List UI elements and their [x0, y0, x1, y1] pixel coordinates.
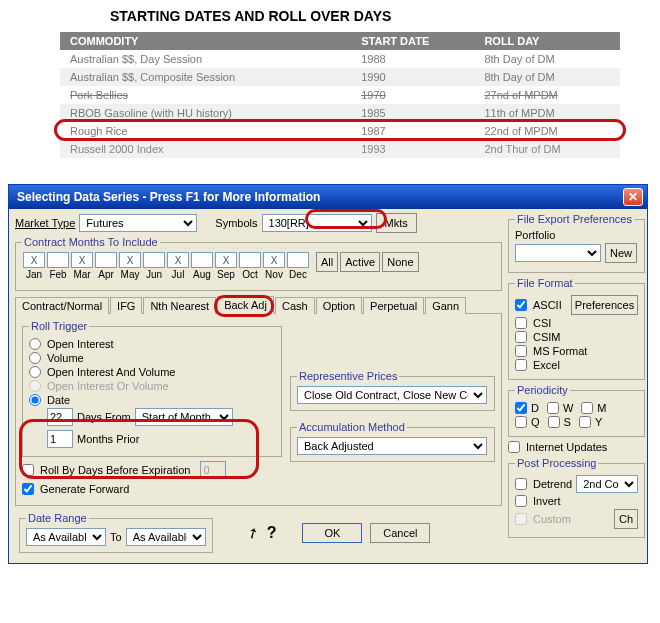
- tab-panel-back-adj: Roll Trigger Open Interest Volume Open I…: [15, 314, 502, 506]
- month-box[interactable]: X: [23, 252, 45, 268]
- table-cell: 1988: [351, 50, 474, 68]
- month-box[interactable]: [95, 252, 117, 268]
- file-prefs-group: File Export Preferences Portfolio New: [508, 213, 645, 273]
- date-range-from-select[interactable]: As Available: [26, 528, 106, 546]
- fmt-csim-check[interactable]: [515, 331, 527, 343]
- rt-volume[interactable]: [29, 352, 41, 364]
- tab-back-adj[interactable]: Back Adj: [217, 296, 274, 314]
- generate-forward-check[interactable]: [22, 483, 34, 495]
- detrend-select[interactable]: 2nd Contra: [576, 475, 638, 493]
- data-series-window: Selecting Data Series - Press F1 for Mor…: [8, 184, 648, 564]
- roll-by-days-check[interactable]: [22, 464, 34, 476]
- rep-prices-select[interactable]: Close Old Contract, Close New Co: [297, 386, 487, 404]
- per-d-check[interactable]: [515, 402, 527, 414]
- tab-ifg[interactable]: IFG: [110, 297, 142, 314]
- month-box[interactable]: X: [119, 252, 141, 268]
- month-mar[interactable]: XMar: [70, 252, 94, 280]
- custom-ch-button[interactable]: Ch: [614, 509, 638, 529]
- window-title: Selecting Data Series - Press F1 for Mor…: [17, 190, 320, 204]
- month-box[interactable]: [239, 252, 261, 268]
- month-nov[interactable]: XNov: [262, 252, 286, 280]
- market-type-select[interactable]: Futures: [79, 214, 197, 232]
- ok-button[interactable]: OK: [302, 523, 362, 543]
- tab-cash[interactable]: Cash: [275, 297, 315, 314]
- month-box[interactable]: [191, 252, 213, 268]
- rt-open-interest[interactable]: [29, 338, 41, 350]
- month-jan[interactable]: XJan: [22, 252, 46, 280]
- tab-perpetual[interactable]: Perpetual: [363, 297, 424, 314]
- portfolio-select[interactable]: [515, 244, 601, 262]
- per-s-check[interactable]: [548, 416, 560, 428]
- periodicity-group: Periodicity D W M Q S Y: [508, 384, 645, 437]
- months-all-button[interactable]: All: [316, 252, 338, 272]
- fmt-preferences-button[interactable]: Preferences: [571, 295, 638, 315]
- market-type-label: Market Type: [15, 217, 75, 229]
- fmt-excel-check[interactable]: [515, 359, 527, 371]
- cancel-button[interactable]: Cancel: [370, 523, 430, 543]
- fmt-ms-check[interactable]: [515, 345, 527, 357]
- month-label: Sep: [217, 269, 235, 280]
- month-box[interactable]: [143, 252, 165, 268]
- days-from-input[interactable]: [47, 408, 73, 426]
- tab-contract-normal[interactable]: Contract/Normal: [15, 297, 109, 314]
- fmt-ascii-check[interactable]: [515, 299, 527, 311]
- table-cell: 27nd of MPDM: [474, 86, 620, 104]
- rep-prices-group: Representive Prices Close Old Contract, …: [290, 370, 495, 411]
- month-label: Oct: [242, 269, 258, 280]
- month-feb[interactable]: Feb: [46, 252, 70, 280]
- month-may[interactable]: XMay: [118, 252, 142, 280]
- month-box[interactable]: [47, 252, 69, 268]
- months-active-button[interactable]: Active: [340, 252, 380, 272]
- tab-option[interactable]: Option: [316, 297, 362, 314]
- table-row: Australian $$, Day Session19888th Day of…: [60, 50, 620, 68]
- th-commodity: COMMODITY: [60, 32, 351, 50]
- invert-check[interactable]: [515, 495, 527, 507]
- new-portfolio-button[interactable]: New: [605, 243, 637, 263]
- tab-gann[interactable]: Gann: [425, 297, 466, 314]
- month-box[interactable]: X: [71, 252, 93, 268]
- date-range-to-select[interactable]: As Available: [126, 528, 206, 546]
- month-box[interactable]: X: [263, 252, 285, 268]
- month-jul[interactable]: XJul: [166, 252, 190, 280]
- mkts-button[interactable]: Mkts: [376, 213, 417, 233]
- rt-oi-and-vol[interactable]: [29, 366, 41, 378]
- fmt-ms-label: MS Format: [533, 345, 587, 357]
- month-jun[interactable]: Jun: [142, 252, 166, 280]
- help-icon[interactable]: ?: [267, 524, 277, 542]
- month-sep[interactable]: XSep: [214, 252, 238, 280]
- tab-nth-nearest[interactable]: Nth Nearest: [143, 297, 216, 314]
- accum-method-select[interactable]: Back Adjusted: [297, 437, 487, 455]
- months-prior-input[interactable]: [47, 430, 73, 448]
- table-row: Australian $$, Composite Session19908th …: [60, 68, 620, 86]
- internet-updates-check[interactable]: [508, 441, 520, 453]
- months-none-button[interactable]: None: [382, 252, 418, 272]
- table-cell: 1993: [351, 140, 474, 158]
- per-q-check[interactable]: [515, 416, 527, 428]
- rt-oi-or-vol-label: Open Interest Or Volume: [47, 380, 169, 392]
- symbols-select[interactable]: 130[RR]: [262, 214, 372, 232]
- per-m-check[interactable]: [581, 402, 593, 414]
- fmt-csi-check[interactable]: [515, 317, 527, 329]
- month-box[interactable]: X: [215, 252, 237, 268]
- month-box[interactable]: [287, 252, 309, 268]
- table-cell: 8th Day of DM: [474, 68, 620, 86]
- month-oct[interactable]: Oct: [238, 252, 262, 280]
- file-format-legend: File Format: [515, 277, 575, 289]
- date-range-legend: Date Range: [26, 512, 89, 524]
- per-y-check[interactable]: [579, 416, 591, 428]
- table-cell: Russell 2000 Index: [60, 140, 351, 158]
- table-cell: 2nd Thur of DM: [474, 140, 620, 158]
- month-aug[interactable]: Aug: [190, 252, 214, 280]
- detrend-check[interactable]: [515, 478, 527, 490]
- month-label: May: [121, 269, 140, 280]
- rt-oi-and-vol-label: Open Interest And Volume: [47, 366, 175, 378]
- per-w-check[interactable]: [547, 402, 559, 414]
- close-button[interactable]: ✕: [623, 188, 643, 206]
- per-m-label: M: [597, 402, 606, 414]
- month-dec[interactable]: Dec: [286, 252, 310, 280]
- contract-months-group: Contract Months To Include XJanFebXMarAp…: [15, 236, 502, 291]
- days-from-select[interactable]: Start of Month: [135, 408, 233, 426]
- month-box[interactable]: X: [167, 252, 189, 268]
- month-apr[interactable]: Apr: [94, 252, 118, 280]
- rt-date[interactable]: [29, 394, 41, 406]
